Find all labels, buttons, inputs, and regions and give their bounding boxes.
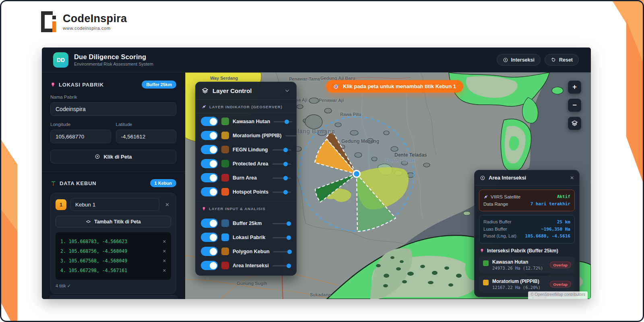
layer-row: Area Interseksi	[196, 258, 296, 275]
app-logo: DD	[53, 52, 68, 68]
map-label: Dente Teladas	[394, 152, 427, 158]
layer-toggle[interactable]	[201, 145, 218, 154]
zoom-in-button[interactable]: +	[568, 80, 581, 94]
layer-control-title: Layer Control	[213, 87, 252, 94]
layer-toggle[interactable]	[201, 187, 218, 196]
layer-toggle[interactable]	[201, 247, 218, 256]
overlap-badge: Overlap	[550, 261, 571, 268]
layer-opacity-slider[interactable]	[272, 175, 291, 180]
lokasi-section-title: LOKASI PABRIK	[59, 82, 104, 88]
area-interseksi-title: Area Interseksi	[489, 175, 526, 181]
interseksi-section-title: Interseksi Pabrik (Buffer 25km)	[487, 248, 558, 254]
collapse-panel-button[interactable]	[284, 88, 290, 94]
pin-icon	[202, 206, 206, 211]
latitude-input[interactable]	[116, 130, 177, 143]
zoom-out-button[interactable]: −	[568, 99, 581, 112]
result-swatch	[483, 260, 489, 266]
layer-row: Moratorium (PIPPIB)	[196, 128, 296, 142]
result-name: Kawasan Hutan	[492, 259, 543, 265]
remove-point-button[interactable]: ✕	[163, 249, 166, 254]
longitude-label: Longitude	[50, 122, 111, 127]
close-panel-button[interactable]: ✕	[570, 175, 574, 181]
layer-toggle[interactable]	[201, 261, 218, 270]
remove-point-button[interactable]: ✕	[163, 239, 166, 244]
layer-opacity-slider[interactable]	[272, 235, 291, 240]
layer-swatch	[221, 248, 229, 255]
pin-icon	[480, 248, 484, 253]
luas-buffer-value: ~196,350 Ha	[541, 226, 570, 233]
next-card-edge	[49, 295, 178, 299]
kebun-count-badge: 1 Kebun	[150, 179, 176, 187]
layer-row: Polygon Kebun	[196, 244, 296, 258]
remove-kebun-button[interactable]: ✕	[163, 201, 171, 208]
data-range-value: 7 hari terakhir	[530, 200, 570, 208]
page-subtitle: Environmental Risk Assessment System	[74, 62, 153, 66]
map-label: Way Serdang	[210, 76, 238, 80]
layer-toggle[interactable]	[201, 219, 218, 228]
layer-swatch	[221, 146, 229, 153]
longitude-input[interactable]	[50, 130, 111, 143]
map-attribution[interactable]: © OpenStreetMap contributors	[528, 291, 588, 299]
map-toast: Klik pada peta untuk menambah titik Kebu…	[326, 80, 463, 93]
area-interseksi-panel: Area Interseksi ✕ VIIRS Satellite Aktif	[474, 170, 580, 297]
klik-di-peta-button[interactable]: Klik di Peta	[50, 150, 176, 163]
radius-buffer-value: 25 km	[557, 219, 570, 226]
layer-control-panel: Layer Control LAYER INDIKATOR (GEOSERVER…	[195, 82, 297, 276]
layer-row: Burn Area	[196, 171, 296, 185]
result-swatch	[483, 280, 489, 285]
nama-pabrik-input[interactable]	[50, 102, 176, 116]
layer-opacity-slider[interactable]	[274, 119, 292, 124]
interseksi-button[interactable]: Interseksi	[497, 54, 541, 66]
layer-toggle[interactable]	[201, 159, 218, 168]
layer-opacity-slider[interactable]	[285, 133, 297, 138]
layers-icon	[571, 120, 578, 127]
input-section-title: LAYER INPUT & ANALISIS	[209, 206, 266, 211]
layer-opacity-slider[interactable]	[272, 263, 291, 268]
kebun-number-badge: 1	[56, 199, 66, 210]
layer-toggle[interactable]	[201, 173, 218, 182]
layer-opacity-slider[interactable]	[273, 249, 292, 254]
sidebar: LOKASI PABRIK Buffer 25km Nama Pabrik Lo…	[42, 72, 185, 299]
layer-opacity-slider[interactable]	[272, 190, 291, 194]
interseksi-result-row: Kawasan Hutan 24973.26 Ha (12.72%) Overl…	[479, 256, 575, 273]
map-label: Gedung Meneng	[341, 138, 379, 144]
radius-buffer-label: Radius Buffer	[483, 219, 511, 226]
layer-toggle[interactable]	[201, 117, 218, 126]
remove-point-button[interactable]: ✕	[163, 258, 166, 264]
kebun-point: 3. 105.667568, -4.568049 ✕	[60, 256, 166, 266]
target-icon	[503, 57, 508, 63]
diamond-icon	[86, 219, 91, 224]
layer-opacity-slider[interactable]	[272, 221, 291, 226]
layer-swatch	[221, 118, 229, 125]
tambah-titik-button[interactable]: Tambah Titik di Peta	[56, 216, 171, 227]
viirs-label: VIIRS Satellite	[491, 193, 520, 200]
layer-opacity-slider[interactable]	[272, 161, 291, 166]
basemap-layers-button[interactable]	[568, 117, 581, 130]
layer-toggle[interactable]	[201, 233, 218, 242]
viirs-status: Aktif	[557, 193, 570, 200]
latitude-label: Latitude	[116, 122, 177, 127]
map-label: Rawa Pitu	[340, 112, 361, 117]
app-header: DD Due Diligence Scoring Environmental R…	[42, 47, 591, 72]
viirs-card: VIIRS Satellite Aktif Data Range 7 hari …	[479, 190, 575, 211]
brand-name: CodeInspira	[63, 13, 127, 24]
pusat-label: Pusat (Lng, Lat)	[483, 233, 516, 240]
app-window: DD Due Diligence Scoring Environmental R…	[42, 47, 591, 299]
brand-header: CodeInspira www.codeinspira.com	[41, 11, 127, 32]
satellite-icon	[202, 104, 206, 109]
result-name: Moratorium (PIPPIB)	[492, 279, 541, 284]
layer-row: FEGN Lindung	[196, 142, 296, 157]
map-label: Sukadana	[310, 292, 331, 297]
layer-opacity-slider[interactable]	[272, 147, 291, 152]
luas-buffer-label: Luas Buffer	[483, 226, 507, 233]
map-label: Gunung Sugih	[237, 281, 267, 286]
point-count-label: 4 titik ✓	[56, 283, 171, 289]
layer-row: Hotspot Points	[196, 185, 296, 199]
remove-point-button[interactable]: ✕	[163, 268, 166, 273]
kebun-name-input[interactable]	[70, 198, 159, 211]
brand-logo-icon	[41, 11, 57, 32]
reset-button[interactable]: Reset	[545, 54, 579, 66]
map-area[interactable]: Way Serdang Penawar-Tama Gedung Aji Baru…	[185, 72, 591, 299]
overlap-badge: Overlap	[550, 281, 571, 287]
layer-toggle[interactable]	[201, 131, 218, 140]
